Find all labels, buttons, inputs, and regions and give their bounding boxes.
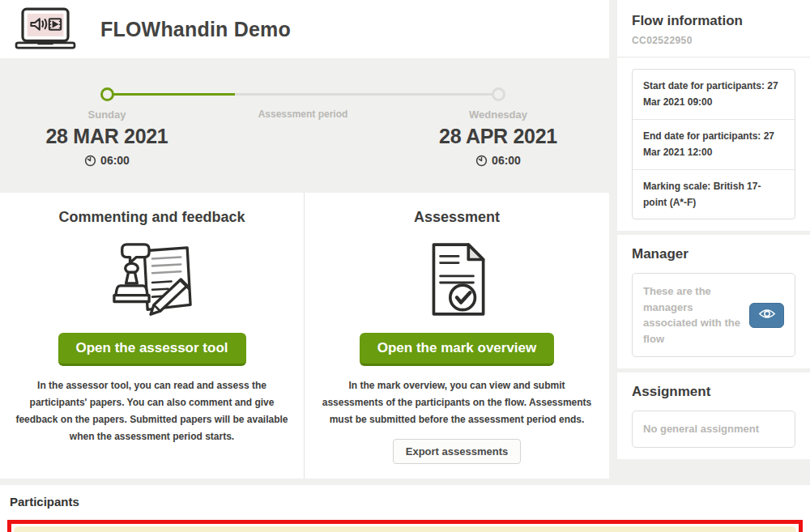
timeline-track xyxy=(0,87,609,102)
start-date-detail: Start date for participants: 27 Mar 2021… xyxy=(633,70,795,119)
clock-icon xyxy=(84,155,96,167)
open-assessor-tool-button[interactable]: Open the assessor tool xyxy=(58,333,246,366)
start-date: 28 MAR 2021 xyxy=(10,125,204,148)
flow-information-card: Flow information CC02522950 Start date f… xyxy=(617,0,810,231)
commenting-feedback-panel: Commenting and feedback xyxy=(0,193,305,479)
timeline-end-dot xyxy=(492,87,505,101)
assessment-panel-description: In the mark overview, you can view and s… xyxy=(318,377,596,428)
end-time-text: 06:00 xyxy=(492,154,521,167)
laptop-media-icon xyxy=(13,6,78,53)
assignment-empty-text: No general assignment xyxy=(643,421,759,437)
participants-section: Participants No participants xyxy=(0,485,810,532)
no-participants-message: No participants xyxy=(14,526,796,532)
assignment-title: Assignment xyxy=(632,384,795,400)
timeline-start-dot xyxy=(100,87,114,101)
commenting-panel-title: Commenting and feedback xyxy=(58,209,245,226)
assignment-card: Assignment No general assignment xyxy=(617,372,810,459)
flow-information-title: Flow information xyxy=(632,13,795,29)
assessment-check-icon xyxy=(422,237,492,325)
end-time: 06:00 xyxy=(401,154,595,167)
page-title: FLOWhandin Demo xyxy=(100,18,291,41)
flow-overview-page: FLOWhandin Demo Sunday Assessment period… xyxy=(0,0,810,532)
view-managers-button[interactable] xyxy=(749,303,784,328)
manager-title: Manager xyxy=(632,246,795,262)
flow-code: CC02522950 xyxy=(632,35,795,46)
eye-icon xyxy=(758,308,776,322)
highlight-annotation: No participants xyxy=(7,520,803,532)
manager-description: These are the managers associated with t… xyxy=(643,283,749,347)
assessment-panel-title: Assessment xyxy=(414,209,500,226)
flow-timeline: Sunday Assessment period Wednesday 28 MA… xyxy=(0,58,609,193)
assessment-period-label: Assessment period xyxy=(222,109,384,120)
participants-title: Participants xyxy=(10,495,800,509)
clock-icon xyxy=(475,155,488,167)
end-day-label: Wednesday xyxy=(417,109,579,121)
start-day-label: Sunday xyxy=(26,109,188,121)
timeline-progress xyxy=(113,93,235,96)
manager-card: Manager These are the managers associate… xyxy=(617,235,810,368)
flow-details-box: Start date for participants: 27 Mar 2021… xyxy=(632,69,795,219)
start-time: 06:00 xyxy=(10,154,204,167)
timeline-line xyxy=(113,93,494,96)
divider xyxy=(617,57,810,57)
flow-info-sidebar: Flow information CC02522950 Start date f… xyxy=(617,0,810,441)
marking-scale-detail: Marking scale: British 17-point (A*-F) xyxy=(633,169,795,219)
end-date: 28 APR 2021 xyxy=(401,125,595,148)
manager-box: These are the managers associated with t… xyxy=(632,273,795,357)
assessment-panel: Assessment Open the mark overview In the… xyxy=(305,193,609,479)
assignment-box: No general assignment xyxy=(632,411,795,448)
open-mark-overview-button[interactable]: Open the mark overview xyxy=(360,333,555,366)
start-time-text: 06:00 xyxy=(100,154,130,167)
feedback-stamp-icon xyxy=(104,237,200,325)
end-date-detail: End date for participants: 27 Mar 2021 1… xyxy=(633,119,795,169)
flow-header: FLOWhandin Demo xyxy=(0,0,609,58)
export-assessments-button[interactable]: Export assessments xyxy=(393,439,521,464)
commenting-panel-description: In the assessor tool, you can read and a… xyxy=(13,377,291,445)
